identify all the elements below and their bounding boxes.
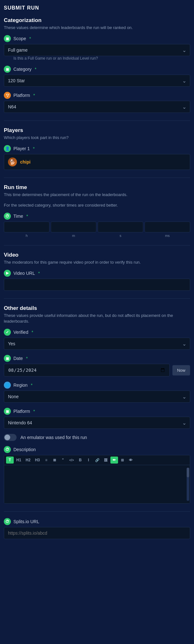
other-details-desc: These values provide useful information … <box>4 313 190 324</box>
toolbar-eye-btn[interactable]: 👁 <box>127 457 135 463</box>
other-details-section: Other details These values provide usefu… <box>4 305 190 504</box>
video-url-icon: ▶ <box>4 270 11 277</box>
toolbar-edit-btn[interactable]: ✏ <box>110 457 118 464</box>
date-field: ▣ Date * Now <box>4 355 190 377</box>
time-ms-wrap: ms <box>145 222 190 238</box>
video-url-input[interactable] <box>4 279 190 291</box>
video-url-field: ▶ Video URL * <box>4 270 190 291</box>
date-input[interactable] <box>4 364 170 377</box>
time-s-label: s <box>120 234 122 238</box>
section-divider-3 <box>4 245 190 245</box>
platform2-required: * <box>33 409 35 414</box>
splits-field: ⏱ Splits.io URL <box>4 518 190 539</box>
time-icon: ⏱ <box>4 213 11 220</box>
video-desc: The moderators for this game require vid… <box>4 260 190 265</box>
scope-label: Scope <box>13 36 26 41</box>
scope-required: * <box>29 36 31 41</box>
editor-scrollbar <box>187 468 189 501</box>
toolbar-h2-btn[interactable]: H2 <box>24 457 32 464</box>
toolbar-ol-btn[interactable]: ≣ <box>51 457 58 464</box>
region-label: Region <box>13 383 27 388</box>
category-required: * <box>35 67 36 72</box>
scope-field: ▣ Scope * Full game Individual Level Is … <box>4 35 190 61</box>
platform2-icon: ▣ <box>4 408 11 415</box>
scope-select[interactable]: Full game Individual Level <box>4 44 190 56</box>
video-url-label: Video URL <box>13 271 35 276</box>
emulator-toggle[interactable] <box>4 434 17 441</box>
date-label: Date <box>13 356 23 361</box>
time-m-wrap: m <box>51 222 96 238</box>
player1-label: Player 1 <box>13 146 30 151</box>
category-select-wrapper: 120 Star 70 Star 16 Star Any% <box>4 75 190 87</box>
time-label: Time <box>13 214 23 219</box>
scope-icon: ▣ <box>4 35 11 42</box>
video-section: Video The moderators for this game requi… <box>4 252 190 291</box>
time-ms-input[interactable] <box>145 222 190 232</box>
scope-select-wrapper: Full game Individual Level <box>4 44 190 56</box>
category-select[interactable]: 120 Star 70 Star 16 Star Any% <box>4 75 190 87</box>
section-divider-5 <box>4 511 190 512</box>
platform2-select-wrapper: Nintendo 64 Wii Switch Emulator <box>4 417 190 429</box>
player1-name: chipi <box>20 159 31 165</box>
toolbar-code-btn[interactable]: </> <box>67 457 76 463</box>
player1-avatar: 🐕 <box>8 157 17 166</box>
section-divider-2 <box>4 178 190 178</box>
region-select[interactable]: None PAL NTSC-U NTSC-J <box>4 391 190 403</box>
emulator-label: An emulator was used for this run <box>20 435 87 440</box>
toolbar-h1-btn[interactable]: H1 <box>14 457 23 464</box>
splits-url-input[interactable] <box>4 527 190 539</box>
verified-select[interactable]: Yes No <box>4 338 190 350</box>
video-url-required: * <box>38 271 40 276</box>
date-icon: ▣ <box>4 355 11 362</box>
category-icon: ▣ <box>4 66 11 73</box>
categorization-section: Categorization These values determine wh… <box>4 17 190 113</box>
verified-field: ✓ Verified * Yes No <box>4 329 190 350</box>
player1-box[interactable]: 🐕 chipi <box>4 154 190 170</box>
region-select-wrapper: None PAL NTSC-U NTSC-J <box>4 391 190 403</box>
page-title: SUBMIT RUN <box>4 5 190 11</box>
verified-label: Verified <box>13 330 28 335</box>
platform-field: ▽ Platform * N64 Wii Switch Emulator <box>4 92 190 113</box>
editor-scroll-thumb <box>187 468 189 477</box>
time-s-input[interactable] <box>98 222 143 232</box>
scope-hint: Is this a Full Game run or an Individual… <box>13 56 190 61</box>
time-s-wrap: s <box>98 222 143 238</box>
platform-icon: ▽ <box>4 92 11 99</box>
platform-label: Platform <box>13 93 30 98</box>
platform2-select[interactable]: Nintendo 64 Wii Switch Emulator <box>4 417 190 429</box>
verified-select-wrapper: Yes No <box>4 338 190 350</box>
categorization-title: Categorization <box>4 17 190 24</box>
toolbar-quote-btn[interactable]: " <box>59 457 67 464</box>
toolbar-table-btn[interactable]: ⊞ <box>119 457 126 464</box>
platform-select[interactable]: N64 Wii Switch Emulator <box>4 101 190 113</box>
toolbar-italic-btn[interactable]: I <box>85 457 93 464</box>
time-ms-label: ms <box>165 234 170 238</box>
section-divider-1 <box>4 121 190 121</box>
now-button[interactable]: Now <box>172 365 190 376</box>
player1-required: * <box>33 146 34 151</box>
description-editor-body[interactable] <box>4 465 190 503</box>
toolbar-t-btn[interactable]: T <box>6 457 14 464</box>
players-section: Players Which players took part in this … <box>4 127 190 170</box>
category-field: ▣ Category * 120 Star 70 Star 16 Star An… <box>4 66 190 87</box>
time-m-input[interactable] <box>51 222 96 232</box>
runtime-section: Run time This time determines the placem… <box>4 184 190 237</box>
time-required: * <box>26 214 28 219</box>
description-label: Description <box>13 447 36 452</box>
toolbar-bold-btn[interactable]: B <box>77 457 84 464</box>
categorization-desc: These values determine which leaderboard… <box>4 25 190 31</box>
section-divider-4 <box>4 298 190 299</box>
platform2-label: Platform <box>13 409 30 414</box>
time-h-input[interactable] <box>4 222 49 232</box>
toolbar-ul-btn[interactable]: ≡ <box>42 457 50 464</box>
toolbar-img-btn[interactable]: 🖼 <box>102 457 110 463</box>
splits-icon: ⏱ <box>4 518 11 525</box>
toolbar-h3-btn[interactable]: H3 <box>33 457 42 464</box>
time-field: ⏱ Time * h m s <box>4 213 190 238</box>
toolbar-link-btn[interactable]: 🔗 <box>93 457 101 464</box>
date-row: Now <box>4 364 190 377</box>
date-required: * <box>26 356 28 361</box>
description-field: ⏱ Description T H1 H2 H3 ≡ ≣ " </> B I 🔗 <box>4 446 190 504</box>
player1-field: 👤 Player 1 * 🐕 chipi <box>4 145 190 170</box>
platform2-field: ▣ Platform * Nintendo 64 Wii Switch Emul… <box>4 408 190 429</box>
